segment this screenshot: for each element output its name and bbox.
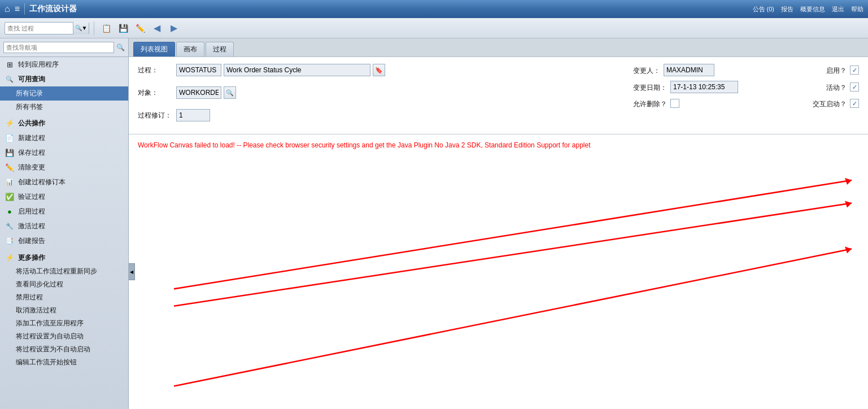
- sidebar-item-view-sync[interactable]: 查看同步化过程: [0, 278, 128, 291]
- process-code-input[interactable]: [176, 64, 221, 76]
- tab-bar: 列表视图 画布 过程: [129, 38, 868, 57]
- search-box: 🔍 ▼: [5, 22, 89, 34]
- sidebar-item-set-auto-start[interactable]: 将过程设置为自动启动: [0, 330, 128, 343]
- sidebar-item-edit-start-btn[interactable]: 编辑工作流开始按钮: [0, 356, 128, 369]
- announcement-link[interactable]: 公告 (0): [753, 5, 775, 14]
- nav-app-icon: ⊞: [5, 59, 15, 69]
- sidebar-search-area: 🔍: [0, 38, 128, 57]
- revision-label: 过程修订：: [138, 109, 172, 120]
- canvas-area: ◀ WorkFlow Canvas failed to load! -- Ple…: [129, 134, 868, 409]
- process-name-input[interactable]: [224, 64, 370, 76]
- app-title: 工作流设计器: [29, 4, 752, 14]
- active-label: 活动？: [826, 81, 847, 93]
- process-row: 过程： 🔖: [138, 64, 633, 76]
- active-checkbox[interactable]: [850, 82, 859, 92]
- sidebar-section-public-ops: ⚡ 公共操作: [0, 116, 128, 130]
- report-link[interactable]: 报告: [781, 5, 793, 14]
- tab-process[interactable]: 过程: [206, 42, 234, 56]
- validate-icon: ✅: [5, 192, 15, 202]
- forward-arrow-icon: ▶: [171, 23, 177, 33]
- sidebar-item-create-report[interactable]: 📑 创建报告: [0, 233, 128, 248]
- add-workflow-label: 添加工作流至应用程序: [16, 319, 84, 327]
- resync-label: 将活动工作流过程重新同步: [16, 267, 97, 275]
- header-separator: [24, 3, 25, 15]
- search-icon: 🔍: [75, 25, 82, 31]
- interactive-launch-checkbox[interactable]: [850, 99, 859, 108]
- home-icon[interactable]: ⌂: [5, 4, 10, 14]
- sidebar-item-disable-process[interactable]: 禁用过程: [0, 291, 128, 304]
- set-auto-start-label: 将过程设置为自动启动: [16, 332, 84, 340]
- activate-icon: 🔧: [5, 221, 15, 231]
- sidebar-item-all-bookmarks[interactable]: 所有书签: [0, 101, 128, 114]
- more-ops-label: 更多操作: [18, 253, 45, 263]
- all-records-label: 所有记录: [16, 89, 43, 98]
- toolbar-back-btn[interactable]: ◀: [150, 21, 164, 36]
- changed-by-input[interactable]: [664, 64, 714, 76]
- help-link[interactable]: 帮助: [851, 5, 863, 14]
- process-lookup-btn[interactable]: 🔖: [373, 64, 385, 76]
- create-revision-label: 创建过程修订本: [18, 177, 66, 187]
- sidebar-item-resync[interactable]: 将活动工作流过程重新同步: [0, 265, 128, 278]
- content-area: 列表视图 画布 过程 过程：: [129, 38, 868, 409]
- sidebar-item-all-records[interactable]: 所有记录: [0, 86, 128, 101]
- toolbar-forward-btn[interactable]: ▶: [167, 21, 181, 36]
- allow-delete-checkbox[interactable]: [670, 99, 679, 108]
- object-lookup-btn[interactable]: 🔍: [224, 86, 236, 99]
- summary-link[interactable]: 概要信息: [800, 5, 825, 14]
- sidebar-item-unset-auto-start[interactable]: 将过程设置为不自动启动: [0, 343, 128, 356]
- sidebar-item-validate-process[interactable]: ✅ 验证过程: [0, 189, 128, 204]
- deactivate-label: 取消激活过程: [16, 306, 56, 314]
- sidebar-item-enable-process[interactable]: ● 启用过程: [0, 204, 128, 219]
- changed-date-input[interactable]: [670, 81, 738, 93]
- revision-input[interactable]: [176, 109, 210, 121]
- toolbar-new-btn[interactable]: 📋: [99, 21, 114, 36]
- sidebar-item-clear-changes[interactable]: ✏️ 清除变更: [0, 160, 128, 175]
- sidebar-item-new-process[interactable]: 📄 新建过程: [0, 130, 128, 145]
- sidebar-item-save-process[interactable]: 💾 保存过程: [0, 145, 128, 160]
- view-sync-label: 查看同步化过程: [16, 280, 63, 288]
- sidebar-section-queries: 🔍 可用查询: [0, 72, 128, 86]
- logout-link[interactable]: 退出: [832, 5, 844, 14]
- tab-canvas[interactable]: 画布: [176, 42, 204, 56]
- sidebar-item-add-workflow[interactable]: 添加工作流至应用程序: [0, 317, 128, 330]
- search-dropdown-btn[interactable]: 🔍 ▼: [73, 22, 89, 34]
- sidebar-item-nav-app[interactable]: ⊞ 转到应用程序: [0, 57, 128, 72]
- new-process-icon: 📄: [5, 133, 15, 143]
- sidebar-search-input[interactable]: [3, 42, 114, 53]
- copy-icon: 📋: [102, 24, 111, 33]
- object-row: 对象： 🔍: [138, 86, 633, 99]
- toolbar-edit-btn[interactable]: ✏️: [133, 21, 147, 36]
- svg-marker-3: [845, 201, 852, 207]
- query-label: 可用查询: [18, 75, 45, 84]
- toolbar-separator-1: [94, 21, 94, 35]
- activate-process-label: 激活过程: [18, 221, 45, 231]
- sidebar-search-icon[interactable]: 🔍: [116, 43, 125, 51]
- process-label: 过程：: [138, 64, 172, 75]
- arrows-overlay: [129, 134, 868, 409]
- search-input[interactable]: [5, 25, 73, 32]
- svg-marker-5: [845, 246, 852, 253]
- tab-canvas-label: 画布: [184, 45, 197, 53]
- edit-start-btn-label: 编辑工作流开始按钮: [16, 358, 77, 366]
- all-bookmarks-label: 所有书签: [16, 103, 43, 111]
- sidebar: 🔍 ⊞ 转到应用程序 🔍 可用查询 所有记录 所有书签 ⚡ 公共操作: [0, 38, 129, 409]
- object-label: 对象：: [138, 86, 172, 98]
- sidebar-item-activate-process[interactable]: 🔧 激活过程: [0, 219, 128, 233]
- menu-icon[interactable]: ≡: [15, 4, 20, 14]
- changed-by-label: 变更人：: [633, 64, 660, 76]
- collapse-sidebar-btn[interactable]: ◀: [129, 263, 135, 280]
- enable-icon: ●: [5, 206, 15, 216]
- toolbar-save-btn[interactable]: 💾: [116, 21, 130, 36]
- dropdown-arrow-icon: ▼: [82, 25, 88, 31]
- object-field: 🔍: [176, 86, 236, 99]
- tab-list-view-label: 列表视图: [141, 45, 168, 53]
- sidebar-item-create-revision[interactable]: 📊 创建过程修订本: [0, 175, 128, 189]
- clear-changes-label: 清除变更: [18, 163, 45, 172]
- tab-list-view[interactable]: 列表视图: [133, 42, 175, 56]
- process-field: 🔖: [176, 64, 385, 76]
- object-input[interactable]: [176, 86, 221, 99]
- enabled-checkbox[interactable]: [850, 66, 859, 75]
- enable-process-label: 启用过程: [18, 207, 45, 216]
- lookup-icon: 🔖: [375, 67, 383, 74]
- sidebar-item-deactivate[interactable]: 取消激活过程: [0, 304, 128, 317]
